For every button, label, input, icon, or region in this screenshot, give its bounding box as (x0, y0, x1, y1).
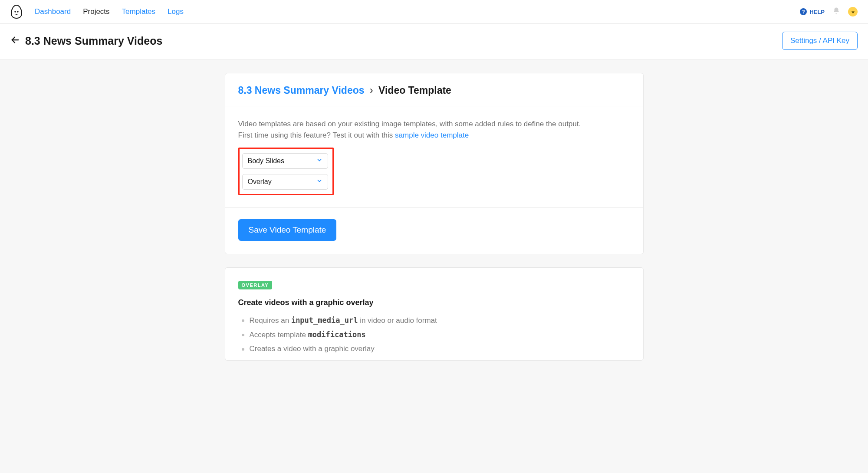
page-title: 8.3 News Summary Videos (25, 35, 162, 47)
avatar[interactable]: ★ (848, 7, 858, 16)
svg-point-0 (14, 11, 16, 12)
video-template-card: 8.3 News Summary Videos › Video Template… (225, 73, 644, 254)
bullet1-suffix: in video or audio format (358, 316, 437, 325)
breadcrumb: 8.3 News Summary Videos › Video Template (225, 73, 643, 106)
logo[interactable] (10, 4, 23, 19)
nav-dashboard[interactable]: Dashboard (35, 7, 71, 16)
card-footer: Save Video Template (225, 208, 643, 254)
breadcrumb-project-link[interactable]: 8.3 News Summary Videos (238, 85, 365, 96)
back-arrow-icon[interactable] (10, 35, 20, 46)
sample-video-template-link[interactable]: sample video template (395, 131, 469, 139)
bullet2-prefix: Accepts template (250, 331, 308, 339)
intro-line1: Video templates are based on your existi… (238, 120, 581, 128)
body-slides-label: Body Slides (248, 157, 285, 165)
overlay-bullets: Requires an input_media_url in video or … (238, 313, 630, 356)
card-body: Video templates are based on your existi… (225, 106, 643, 208)
topbar-right: ? HELP ★ (800, 7, 858, 16)
bullet3-text: Creates a video with a graphic overlay (250, 345, 375, 353)
egg-logo-icon (10, 4, 23, 19)
nav-projects[interactable]: Projects (83, 7, 109, 16)
intro-text: Video templates are based on your existi… (238, 118, 630, 141)
body-slides-select[interactable]: Body Slides (242, 153, 328, 169)
bullet1-prefix: Requires an (250, 316, 291, 325)
list-item: Requires an input_media_url in video or … (238, 313, 630, 328)
svg-point-1 (17, 11, 18, 12)
bullet1-code: input_media_url (291, 316, 358, 325)
save-video-template-button[interactable]: Save Video Template (238, 219, 337, 241)
main-nav: Dashboard Projects Templates Logs (35, 7, 184, 16)
highlight-box: Body Slides Overlay (238, 148, 334, 195)
intro-line2-prefix: First time using this feature? Test it o… (238, 131, 395, 139)
list-item: Creates a video with a graphic overlay (238, 342, 630, 356)
chevron-down-icon (316, 178, 322, 186)
overlay-badge: OVERLAY (238, 281, 273, 289)
bullet2-code: modifications (308, 330, 366, 339)
topbar-left: Dashboard Projects Templates Logs (10, 4, 184, 19)
overlay-select[interactable]: Overlay (242, 174, 328, 190)
subheader-left: 8.3 News Summary Videos (10, 35, 162, 47)
topbar: Dashboard Projects Templates Logs ? HELP… (0, 0, 868, 24)
breadcrumb-current: Video Template (378, 85, 451, 96)
overlay-section-title: Create videos with a graphic overlay (238, 298, 630, 307)
overlay-label: Overlay (248, 178, 272, 186)
nav-templates[interactable]: Templates (122, 7, 155, 16)
settings-api-key-button[interactable]: Settings / API Key (782, 32, 858, 50)
help-label: HELP (809, 9, 825, 15)
nav-logs[interactable]: Logs (168, 7, 184, 16)
list-item: Accepts template modifications (238, 328, 630, 342)
overlay-info-card: OVERLAY Create videos with a graphic ove… (225, 267, 644, 361)
bell-icon[interactable] (832, 7, 840, 16)
subheader: 8.3 News Summary Videos Settings / API K… (0, 24, 868, 60)
breadcrumb-separator: › (370, 85, 373, 96)
help-icon: ? (800, 8, 807, 15)
page-body: 8.3 News Summary Videos › Video Template… (0, 60, 868, 473)
help-link[interactable]: ? HELP (800, 8, 825, 15)
chevron-down-icon (316, 157, 322, 165)
